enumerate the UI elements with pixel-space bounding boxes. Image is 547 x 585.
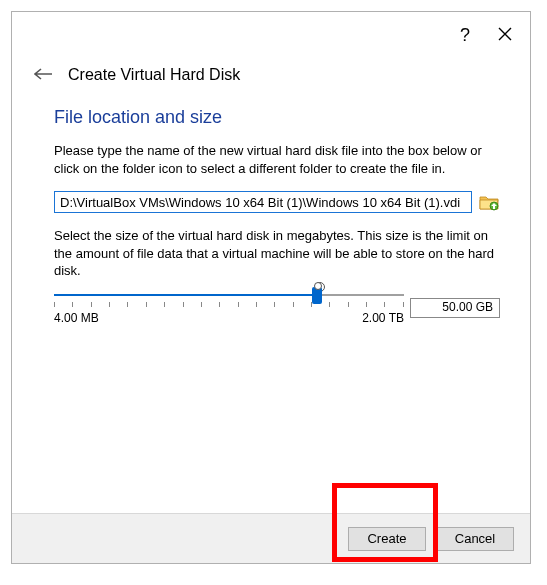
- slider-fill: [54, 294, 316, 296]
- back-arrow-icon[interactable]: [34, 64, 52, 85]
- cancel-button[interactable]: Cancel: [436, 527, 514, 551]
- location-help-text: Please type the name of the new virtual …: [54, 142, 500, 177]
- slider-ticks: [54, 302, 404, 308]
- titlebar: ?: [12, 12, 530, 58]
- slider-max-label: 2.00 TB: [362, 311, 404, 325]
- create-button[interactable]: Create: [348, 527, 426, 551]
- slider-min-label: 4.00 MB: [54, 311, 99, 325]
- header: Create Virtual Hard Disk: [12, 58, 530, 95]
- content-area: Please type the name of the new virtual …: [12, 142, 530, 513]
- path-row: [54, 191, 500, 213]
- close-icon[interactable]: [498, 26, 512, 44]
- file-path-input[interactable]: [54, 191, 472, 213]
- create-vhd-dialog: ? Create Virtual Hard Disk File location…: [11, 11, 531, 564]
- size-help-text: Select the size of the virtual hard disk…: [54, 227, 500, 280]
- size-value-box[interactable]: 50.00 GB: [410, 298, 500, 318]
- size-slider[interactable]: [54, 294, 404, 296]
- size-slider-area: 4.00 MB 2.00 TB 50.00 GB: [54, 294, 500, 325]
- subtitle: File location and size: [12, 95, 530, 142]
- browse-folder-icon[interactable]: [478, 191, 500, 213]
- slider-labels: 4.00 MB 2.00 TB: [54, 311, 404, 325]
- slider-thumb[interactable]: [312, 287, 322, 304]
- action-bar: Create Cancel: [12, 513, 530, 563]
- header-title: Create Virtual Hard Disk: [68, 66, 240, 84]
- help-icon[interactable]: ?: [460, 26, 470, 44]
